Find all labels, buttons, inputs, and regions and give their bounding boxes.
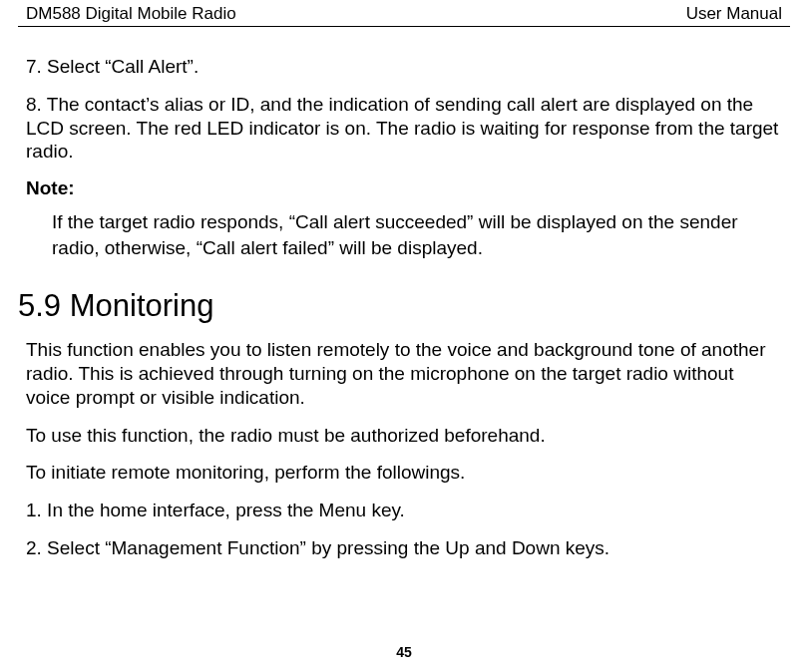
note-body: If the target radio responds, “Call aler… xyxy=(26,209,782,260)
monitoring-step-1: 1. In the home interface, press the Menu… xyxy=(26,499,782,522)
monitoring-intro: This function enables you to listen remo… xyxy=(26,338,782,409)
page-footer: 45 xyxy=(0,644,808,660)
note-label: Note: xyxy=(26,177,782,199)
page-number: 45 xyxy=(396,644,412,660)
step-8: 8. The contact’s alias or ID, and the in… xyxy=(26,93,782,164)
monitoring-auth: To use this function, the radio must be … xyxy=(26,424,782,448)
header-product-name: DM588 Digital Mobile Radio xyxy=(26,4,236,24)
page-header: DM588 Digital Mobile Radio User Manual xyxy=(18,0,790,27)
monitoring-step-2: 2. Select “Management Function” by press… xyxy=(26,536,782,560)
monitoring-initiate: To initiate remote monitoring, perform t… xyxy=(26,461,782,485)
header-doc-type: User Manual xyxy=(686,4,782,24)
page-content: 7. Select “Call Alert”. 8. The contact’s… xyxy=(18,27,790,560)
section-heading-monitoring: 5.9 Monitoring xyxy=(18,288,782,324)
step-7: 7. Select “Call Alert”. xyxy=(26,55,782,79)
page-container: DM588 Digital Mobile Radio User Manual 7… xyxy=(0,0,808,672)
